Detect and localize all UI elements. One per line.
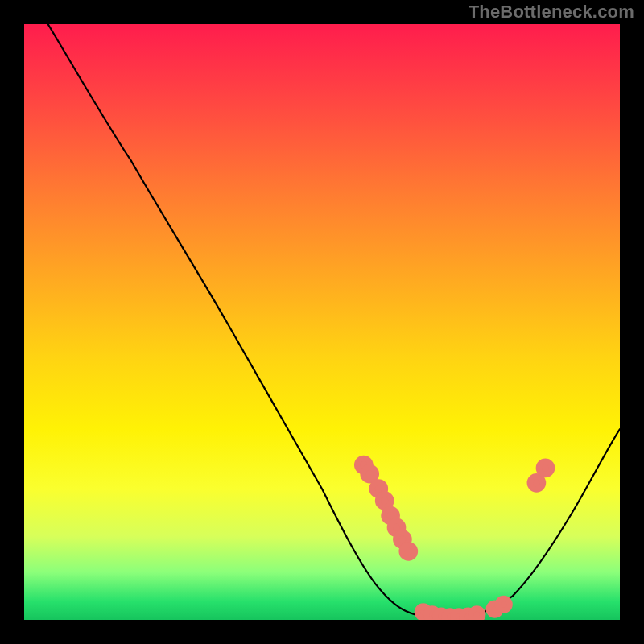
bottleneck-curve <box>48 24 620 618</box>
marker-dot <box>471 609 483 620</box>
marker-dot <box>530 477 543 489</box>
site-attribution: TheBottleneck.com <box>469 2 634 23</box>
marker-dot <box>539 461 551 474</box>
marker-dot <box>497 598 510 610</box>
curve-path <box>48 24 620 618</box>
marker-dot <box>402 545 415 558</box>
chart-container: TheBottleneck.com <box>0 0 644 644</box>
marker-dot <box>378 494 391 507</box>
plot-area <box>24 24 620 620</box>
plot-svg <box>24 24 620 620</box>
marker-dot <box>363 468 376 481</box>
